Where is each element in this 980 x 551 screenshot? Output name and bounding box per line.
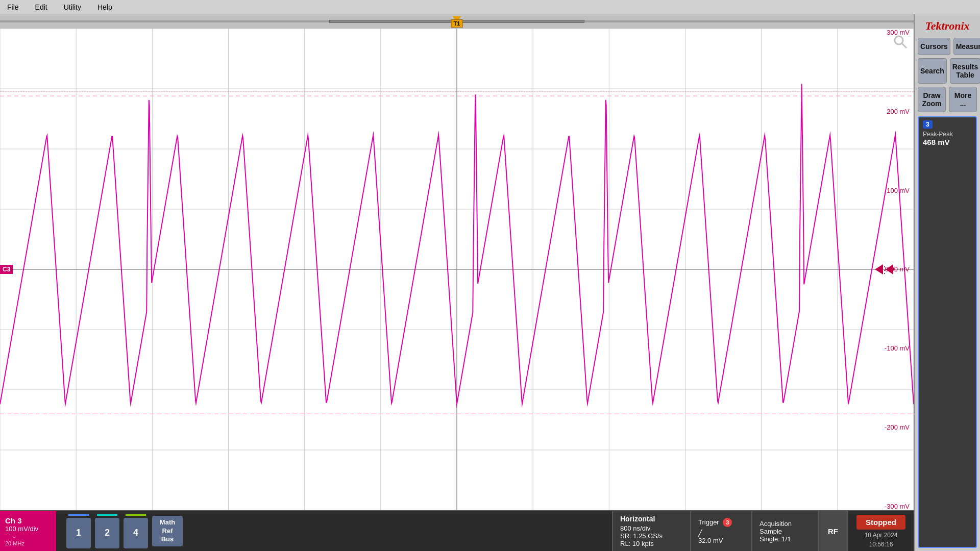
menu-edit[interactable]: Edit — [32, 2, 51, 12]
search-button[interactable]: Search — [918, 58, 947, 84]
right-panel: Tektronix Cursors Measure Search Results… — [914, 14, 980, 551]
acquisition-mode: Sample — [760, 528, 811, 535]
ch3-channel-label[interactable]: C3 — [0, 265, 13, 274]
ch1-button[interactable]: 1 — [66, 518, 91, 548]
menu-file[interactable]: File — [4, 2, 22, 12]
trigger-title-area: Trigger 3 — [698, 518, 744, 527]
acquisition-title: Acquisition — [760, 520, 811, 528]
horizontal-time-div: 800 ns/div — [620, 524, 683, 532]
math-ref-bus-button[interactable]: MathRefBus — [152, 516, 183, 546]
rf-button[interactable]: RF — [819, 511, 848, 551]
waveform-canvas — [0, 29, 914, 510]
lower-limit-line — [0, 414, 914, 414]
horizontal-info-panel[interactable]: Horizontal 800 ns/div SR: 1.25 GS/s RL: … — [612, 511, 691, 551]
trigger-t1-label: T1 — [451, 19, 463, 28]
horizontal-rl: RL: 10 kpts — [620, 540, 683, 547]
results-table-button[interactable]: Results Table — [950, 58, 980, 84]
ch3-info-panel[interactable]: Ch 3 100 mV/div ⌒ ⌣ 20 MHz — [0, 511, 56, 551]
draw-zoom-button[interactable]: Draw Zoom — [918, 87, 946, 112]
cursors-button[interactable]: Cursors — [918, 38, 950, 55]
measurement-box[interactable]: 3 Peak-Peak 468 mV — [918, 116, 977, 548]
acquisition-info-panel[interactable]: Acquisition Sample Single: 1/1 — [752, 511, 819, 551]
svg-line-1 — [902, 43, 906, 48]
trigger-scale: T1 — [329, 20, 584, 23]
ch4-area: 4 — [124, 514, 148, 548]
horizontal-sr: SR: 1.25 GS/s — [620, 532, 683, 540]
ch3-icons: ⌒ ⌣ — [5, 533, 51, 540]
menu-help[interactable]: Help — [94, 2, 115, 12]
cursors-measure-row: Cursors Measure — [918, 38, 977, 55]
ch3-scale: 100 mV/div — [5, 525, 51, 533]
measure-button[interactable]: Measure — [953, 38, 980, 55]
upper-limit-line — [0, 91, 914, 92]
ch3-name: Ch 3 — [5, 516, 51, 525]
stopped-time: 10:56:16 — [869, 541, 893, 548]
draw-more-row: Draw Zoom More ... — [918, 87, 977, 112]
tektronix-logo: Tektronix — [918, 17, 977, 35]
trigger-channel-badge: 3 — [723, 518, 732, 527]
ch4-wave-line — [126, 514, 146, 516]
trigger-level: 32.0 mV — [698, 537, 744, 544]
search-icon[interactable] — [892, 34, 909, 52]
acquisition-single: Single: 1/1 — [760, 535, 811, 543]
scope-area: T1 300 mV 200 mV 100 mV 0.00 mV -100 mV … — [0, 14, 914, 551]
ch3-bw: 20 MHz — [5, 540, 51, 546]
trigger-icon: ╱ — [698, 529, 744, 537]
menu-utility[interactable]: Utility — [61, 2, 84, 12]
svg-point-0 — [895, 36, 903, 44]
measurement-badge: 3 — [923, 120, 933, 129]
ch1-area: 1 — [66, 514, 91, 548]
horizontal-title: Horizontal — [620, 515, 683, 523]
main-area: T1 300 mV 200 mV 100 mV 0.00 mV -100 mV … — [0, 14, 980, 551]
ch2-area: 2 — [95, 514, 119, 548]
trigger-title: Trigger — [698, 518, 719, 526]
trigger-bar: T1 — [0, 14, 914, 29]
stopped-area: Stopped 10 Apr 2024 10:56:16 — [848, 511, 914, 551]
bottom-status-bar: Ch 3 100 mV/div ⌒ ⌣ 20 MHz 1 2 4 — [0, 510, 914, 551]
waveform-area: 300 mV 200 mV 100 mV 0.00 mV -100 mV -20… — [0, 29, 914, 510]
more-button[interactable]: More ... — [949, 87, 977, 112]
stopped-button[interactable]: Stopped — [856, 515, 905, 530]
search-results-row: Search Results Table — [918, 58, 977, 84]
measurement-value: 468 mV — [923, 138, 972, 146]
dots-menu[interactable]: ⋮ — [880, 265, 889, 274]
menu-bar: File Edit Utility Help — [0, 0, 980, 14]
ch4-button[interactable]: 4 — [124, 518, 148, 548]
trigger-info-panel[interactable]: Trigger 3 ╱ 32.0 mV — [691, 511, 752, 551]
ch1-wave-line — [68, 514, 89, 516]
stopped-date: 10 Apr 2024 — [865, 532, 898, 539]
measurement-label: Peak-Peak — [923, 131, 972, 138]
ch2-wave-line — [97, 514, 117, 516]
channel-buttons-area: 1 2 4 MathRefBus — [56, 511, 612, 551]
ch2-button[interactable]: 2 — [95, 518, 119, 548]
